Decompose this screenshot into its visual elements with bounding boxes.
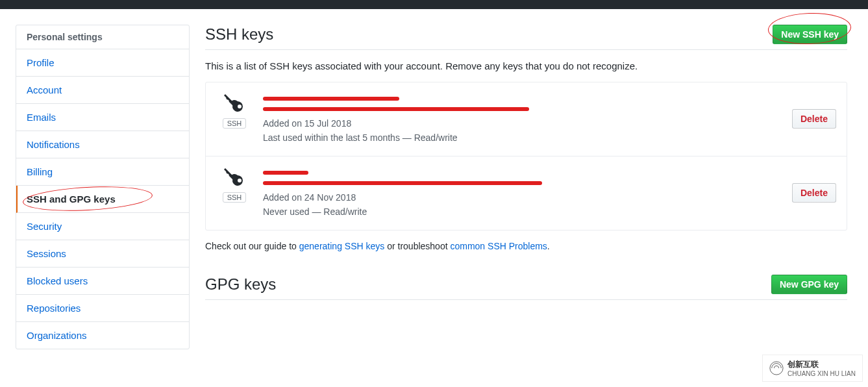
redacted-key-title [263, 93, 782, 105]
delete-key-button[interactable]: Delete [792, 183, 836, 203]
ssh-section-header: SSH keys New SSH key [205, 25, 847, 50]
guide-text: Check out our guide to [205, 241, 299, 251]
delete-key-button[interactable]: Delete [792, 109, 836, 129]
ssh-key-item: SSH Added on 24 Nov 2018 Never used — Re… [206, 156, 847, 230]
guide-text: or troubleshoot [384, 241, 450, 251]
key-icon [224, 93, 245, 116]
gpg-section-title: GPG keys [205, 275, 276, 293]
ssh-guide-text: Check out our guide to generating SSH ke… [205, 241, 847, 251]
key-details: Added on 15 Jul 2018 Last used within th… [263, 93, 782, 145]
generating-ssh-keys-link[interactable]: generating SSH keys [299, 241, 385, 251]
main-content: SSH keys New SSH key This is a list of S… [205, 25, 852, 349]
ssh-badge: SSH [223, 192, 247, 203]
key-details: Added on 24 Nov 2018 Never used — Read/w… [263, 167, 782, 219]
redacted-key-fingerprint [263, 180, 782, 186]
sidebar-item-sessions[interactable]: Sessions [16, 240, 189, 268]
common-ssh-problems-link[interactable]: common SSH Problems [450, 241, 547, 251]
sidebar-item-account[interactable]: Account [16, 77, 189, 104]
key-actions: Delete [792, 183, 836, 203]
watermark-logo-icon [769, 361, 784, 365]
key-actions: Delete [792, 109, 836, 129]
gpg-section-header: GPG keys New GPG key [205, 275, 847, 300]
sidebar-item-ssh-gpg-keys[interactable]: SSH and GPG keys [16, 186, 189, 213]
ssh-section-title: SSH keys [205, 25, 273, 44]
ssh-key-list: SSH Added on 15 Jul 2018 Last used withi… [205, 82, 847, 231]
key-last-used: Never used — Read/write [263, 205, 782, 219]
sidebar-item-emails[interactable]: Emails [16, 104, 189, 131]
top-header-bar [0, 0, 868, 9]
key-added-date: Added on 24 Nov 2018 [263, 190, 782, 205]
sidebar-item-blocked-users[interactable]: Blocked users [16, 268, 189, 295]
key-icon-column: SSH [216, 167, 253, 203]
key-icon [224, 167, 245, 190]
new-ssh-key-button[interactable]: New SSH key [773, 25, 847, 44]
redacted-key-title [263, 167, 782, 179]
watermark-badge: 创新互联 CHUANG XIN HU LIAN [762, 355, 863, 365]
ssh-key-item: SSH Added on 15 Jul 2018 Last used withi… [206, 82, 847, 156]
settings-sidebar: Personal settings Profile Account Emails… [16, 25, 190, 349]
watermark-text-zh: 创新互联 [787, 359, 856, 365]
sidebar-item-billing[interactable]: Billing [16, 158, 189, 186]
sidebar-item-profile[interactable]: Profile [16, 49, 189, 77]
new-gpg-key-button[interactable]: New GPG key [771, 275, 847, 294]
key-added-date: Added on 15 Jul 2018 [263, 116, 782, 131]
ssh-badge: SSH [223, 118, 247, 129]
ssh-description: This is a list of SSH keys associated wi… [205, 60, 847, 71]
sidebar-item-repositories[interactable]: Repositories [16, 295, 189, 322]
sidebar-item-security[interactable]: Security [16, 213, 189, 240]
sidebar-item-notifications[interactable]: Notifications [16, 131, 189, 158]
guide-text: . [547, 241, 550, 251]
sidebar-item-organizations[interactable]: Organizations [16, 322, 189, 349]
redacted-key-fingerprint [263, 106, 782, 112]
sidebar-header: Personal settings [16, 25, 189, 49]
key-last-used: Last used within the last 5 months — Rea… [263, 131, 782, 145]
key-icon-column: SSH [216, 93, 253, 129]
page-container: Personal settings Profile Account Emails… [0, 9, 868, 365]
